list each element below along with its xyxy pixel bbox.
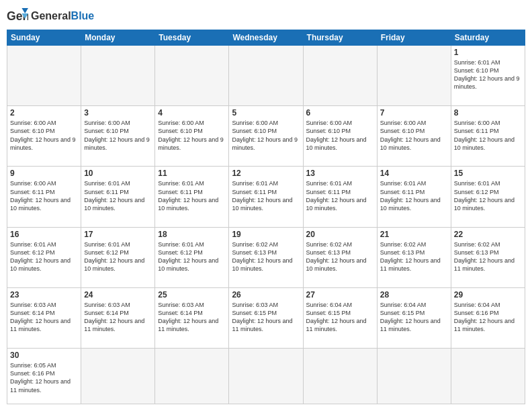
calendar-cell [7,46,81,106]
day-number: 23 [10,290,78,300]
day-info: Sunrise: 6:05 AM Sunset: 6:16 PM Dayligh… [10,361,78,394]
calendar-cell: 22Sunrise: 6:02 AM Sunset: 6:13 PM Dayli… [451,227,525,287]
day-number: 11 [158,169,226,178]
day-info: Sunrise: 6:01 AM Sunset: 6:12 PM Dayligh… [84,240,152,273]
day-info: Sunrise: 6:00 AM Sunset: 6:11 PM Dayligh… [454,119,522,152]
calendar-cell: 12Sunrise: 6:01 AM Sunset: 6:11 PM Dayli… [229,167,303,227]
weekday-header-tuesday: Tuesday [155,30,229,46]
week-row-5: 30Sunrise: 6:05 AM Sunset: 6:16 PM Dayli… [7,349,525,404]
day-info: Sunrise: 6:00 AM Sunset: 6:10 PM Dayligh… [232,119,300,152]
calendar-cell: 2Sunrise: 6:00 AM Sunset: 6:10 PM Daylig… [7,106,81,167]
week-row-4: 23Sunrise: 6:03 AM Sunset: 6:14 PM Dayli… [7,287,525,348]
day-info: Sunrise: 6:03 AM Sunset: 6:15 PM Dayligh… [232,301,300,334]
day-number: 26 [232,290,300,300]
day-info: Sunrise: 6:03 AM Sunset: 6:14 PM Dayligh… [84,301,152,334]
day-number: 20 [306,230,374,239]
calendar-cell [451,349,525,404]
calendar-cell [81,349,155,404]
calendar-cell: 25Sunrise: 6:03 AM Sunset: 6:14 PM Dayli… [155,287,229,348]
calendar-cell: 9Sunrise: 6:00 AM Sunset: 6:11 PM Daylig… [7,167,81,227]
day-number: 14 [380,169,448,178]
day-info: Sunrise: 6:01 AM Sunset: 6:11 PM Dayligh… [84,179,152,212]
day-info: Sunrise: 6:00 AM Sunset: 6:10 PM Dayligh… [380,119,448,152]
day-number: 13 [306,169,374,178]
day-number: 6 [306,108,374,118]
calendar-cell: 16Sunrise: 6:01 AM Sunset: 6:12 PM Dayli… [7,227,81,287]
calendar-cell: 30Sunrise: 6:05 AM Sunset: 6:16 PM Dayli… [7,349,81,404]
day-info: Sunrise: 6:02 AM Sunset: 6:13 PM Dayligh… [380,240,448,273]
calendar-cell: 8Sunrise: 6:00 AM Sunset: 6:11 PM Daylig… [451,106,525,167]
day-number: 2 [10,108,78,118]
day-number: 19 [232,230,300,239]
calendar-cell [155,46,229,106]
weekday-header-sunday: Sunday [7,30,81,46]
day-info: Sunrise: 6:00 AM Sunset: 6:10 PM Dayligh… [158,119,226,152]
calendar-cell: 1Sunrise: 6:01 AM Sunset: 6:10 PM Daylig… [451,46,525,106]
day-info: Sunrise: 6:02 AM Sunset: 6:13 PM Dayligh… [232,240,300,273]
logo-text: GeneralBlue [31,11,94,21]
calendar-cell: 7Sunrise: 6:00 AM Sunset: 6:10 PM Daylig… [377,106,451,167]
week-row-3: 16Sunrise: 6:01 AM Sunset: 6:12 PM Dayli… [7,227,525,287]
calendar-cell: 4Sunrise: 6:00 AM Sunset: 6:10 PM Daylig… [155,106,229,167]
logo: General GeneralBlue [7,7,94,26]
day-number: 15 [454,169,522,178]
day-info: Sunrise: 6:02 AM Sunset: 6:13 PM Dayligh… [306,240,374,273]
day-number: 10 [84,169,152,178]
logo-icon: General [7,7,28,26]
day-info: Sunrise: 6:02 AM Sunset: 6:13 PM Dayligh… [454,240,522,273]
calendar-cell: 10Sunrise: 6:01 AM Sunset: 6:11 PM Dayli… [81,167,155,227]
day-number: 21 [380,230,448,239]
calendar-cell [155,349,229,404]
day-info: Sunrise: 6:01 AM Sunset: 6:12 PM Dayligh… [454,179,522,212]
day-info: Sunrise: 6:04 AM Sunset: 6:15 PM Dayligh… [306,301,374,334]
day-number: 7 [380,108,448,118]
day-info: Sunrise: 6:01 AM Sunset: 6:11 PM Dayligh… [158,179,226,212]
week-row-0: 1Sunrise: 6:01 AM Sunset: 6:10 PM Daylig… [7,46,525,106]
weekday-header-monday: Monday [81,30,155,46]
weekday-header-thursday: Thursday [303,30,377,46]
calendar-cell: 23Sunrise: 6:03 AM Sunset: 6:14 PM Dayli… [7,287,81,348]
calendar-cell: 29Sunrise: 6:04 AM Sunset: 6:16 PM Dayli… [451,287,525,348]
calendar-cell: 26Sunrise: 6:03 AM Sunset: 6:15 PM Dayli… [229,287,303,348]
day-info: Sunrise: 6:01 AM Sunset: 6:12 PM Dayligh… [158,240,226,273]
header: General GeneralBlue [7,7,525,26]
day-number: 3 [84,108,152,118]
day-info: Sunrise: 6:03 AM Sunset: 6:14 PM Dayligh… [10,301,78,334]
weekday-header-row: SundayMondayTuesdayWednesdayThursdayFrid… [7,30,525,46]
day-number: 28 [380,290,448,300]
day-info: Sunrise: 6:00 AM Sunset: 6:11 PM Dayligh… [10,179,78,212]
day-info: Sunrise: 6:00 AM Sunset: 6:10 PM Dayligh… [306,119,374,152]
day-number: 8 [454,108,522,118]
calendar-cell: 13Sunrise: 6:01 AM Sunset: 6:11 PM Dayli… [303,167,377,227]
calendar-cell: 18Sunrise: 6:01 AM Sunset: 6:12 PM Dayli… [155,227,229,287]
day-number: 27 [306,290,374,300]
day-info: Sunrise: 6:01 AM Sunset: 6:10 PM Dayligh… [454,58,522,91]
calendar-cell [229,349,303,404]
day-info: Sunrise: 6:01 AM Sunset: 6:11 PM Dayligh… [380,179,448,212]
day-number: 12 [232,169,300,178]
calendar-cell: 21Sunrise: 6:02 AM Sunset: 6:13 PM Dayli… [377,227,451,287]
weekday-header-friday: Friday [377,30,451,46]
calendar-cell: 6Sunrise: 6:00 AM Sunset: 6:10 PM Daylig… [303,106,377,167]
day-info: Sunrise: 6:03 AM Sunset: 6:14 PM Dayligh… [158,301,226,334]
day-number: 16 [10,230,78,239]
day-info: Sunrise: 6:01 AM Sunset: 6:11 PM Dayligh… [306,179,374,212]
calendar-cell: 5Sunrise: 6:00 AM Sunset: 6:10 PM Daylig… [229,106,303,167]
day-info: Sunrise: 6:00 AM Sunset: 6:10 PM Dayligh… [10,119,78,152]
day-number: 29 [454,290,522,300]
weekday-header-wednesday: Wednesday [229,30,303,46]
calendar-cell: 15Sunrise: 6:01 AM Sunset: 6:12 PM Dayli… [451,167,525,227]
day-number: 4 [158,108,226,118]
weekday-header-saturday: Saturday [451,30,525,46]
calendar-cell: 28Sunrise: 6:04 AM Sunset: 6:15 PM Dayli… [377,287,451,348]
calendar-cell [229,46,303,106]
day-info: Sunrise: 6:04 AM Sunset: 6:16 PM Dayligh… [454,301,522,334]
week-row-2: 9Sunrise: 6:00 AM Sunset: 6:11 PM Daylig… [7,167,525,227]
calendar-cell [303,46,377,106]
day-info: Sunrise: 6:01 AM Sunset: 6:11 PM Dayligh… [232,179,300,212]
day-info: Sunrise: 6:01 AM Sunset: 6:12 PM Dayligh… [10,240,78,273]
calendar-cell: 11Sunrise: 6:01 AM Sunset: 6:11 PM Dayli… [155,167,229,227]
page: General GeneralBlue SundayMondayTuesdayW… [0,0,532,411]
day-number: 5 [232,108,300,118]
day-number: 22 [454,230,522,239]
